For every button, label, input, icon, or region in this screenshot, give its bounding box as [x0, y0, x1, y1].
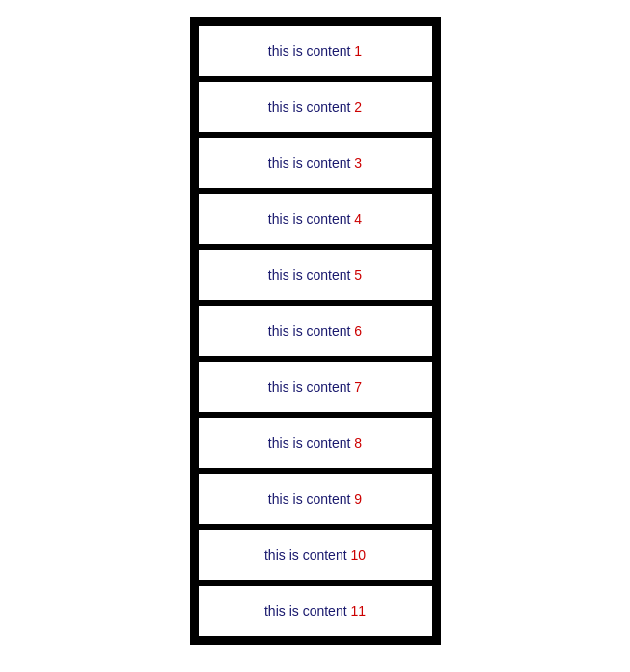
list-item: this is content 7 — [198, 361, 433, 413]
item-label: this is content 11 — [264, 603, 366, 619]
list-item: this is content 11 — [198, 585, 433, 637]
item-number: 10 — [350, 547, 366, 563]
item-label: this is content 8 — [268, 435, 362, 451]
list-item: this is content 5 — [198, 249, 433, 301]
list-item: this is content 4 — [198, 193, 433, 245]
content-list: this is content 1this is content 2this i… — [190, 17, 441, 645]
item-number: 8 — [354, 435, 362, 451]
item-label: this is content 3 — [268, 155, 362, 171]
item-number: 11 — [350, 603, 366, 619]
item-number: 2 — [354, 99, 362, 115]
list-item: this is content 9 — [198, 473, 433, 525]
item-label: this is content 1 — [268, 43, 362, 59]
item-number: 7 — [354, 379, 362, 395]
list-item: this is content 8 — [198, 417, 433, 469]
item-number: 1 — [354, 43, 362, 59]
item-number: 4 — [354, 211, 362, 227]
item-label: this is content 7 — [268, 379, 362, 395]
item-label: this is content 10 — [264, 547, 366, 563]
item-number: 6 — [354, 323, 362, 339]
list-item: this is content 2 — [198, 81, 433, 133]
item-number: 9 — [354, 491, 362, 507]
list-item: this is content 6 — [198, 305, 433, 357]
item-label: this is content 6 — [268, 323, 362, 339]
list-item: this is content 3 — [198, 137, 433, 189]
item-label: this is content 4 — [268, 211, 362, 227]
list-item: this is content 10 — [198, 529, 433, 581]
item-label: this is content 5 — [268, 267, 362, 283]
item-label: this is content 2 — [268, 99, 362, 115]
item-number: 5 — [354, 267, 362, 283]
item-label: this is content 9 — [268, 491, 362, 507]
list-item: this is content 1 — [198, 25, 433, 77]
item-number: 3 — [354, 155, 362, 171]
